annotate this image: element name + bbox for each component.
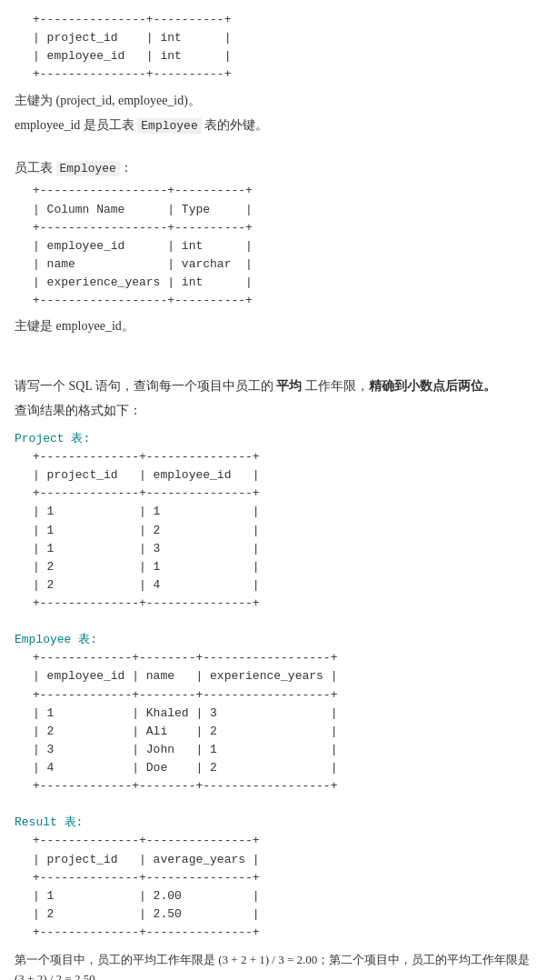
top-table-section: +---------------+----------+ | project_i… bbox=[15, 9, 532, 136]
top-note2: employee_id 是员工表 Employee 表的外键。 bbox=[15, 115, 532, 136]
emp-mid-border: +------------------+----------+ bbox=[33, 221, 253, 235]
proj-mid-border: +--------------+---------------+ bbox=[33, 486, 260, 500]
proj-border-bottom: +--------------+---------------+ bbox=[33, 596, 260, 610]
bottom-note: 第一个项目中，员工的平均工作年限是 (3 + 2 + 1) / 3 = 2.00… bbox=[15, 951, 532, 980]
res-border-top: +--------------+---------------+ bbox=[33, 834, 260, 847]
project-table-code: +--------------+---------------+ | proje… bbox=[15, 446, 532, 615]
result-table-code: +--------------+---------------+ | proje… bbox=[15, 830, 532, 944]
emp-border-bottom: +------------------+----------+ bbox=[33, 294, 253, 307]
proj-row-4: | 2 | 1 | bbox=[33, 560, 260, 574]
top-border-top: +---------------+----------+ bbox=[33, 13, 231, 26]
employee-pk: 主键是 employee_id。 bbox=[15, 315, 532, 337]
res-col-header: | project_id | average_years | bbox=[33, 853, 260, 866]
proj-border-top: +--------------+---------------+ bbox=[33, 450, 260, 464]
employee-table-code: +------------------+----------+ | Column… bbox=[15, 180, 532, 312]
top-border-bottom: +---------------+----------+ bbox=[33, 67, 231, 81]
query-precision-bold: 精确到小数点后两位。 bbox=[369, 379, 496, 393]
employee-label: 员工表 Employee： bbox=[15, 160, 532, 176]
proj-row-2: | 1 | 2 | bbox=[33, 524, 260, 537]
emp2-row-3: | 3 | John | 1 | bbox=[33, 743, 337, 756]
proj-row-1: | 1 | 1 | bbox=[33, 505, 260, 518]
res-row-1: | 1 | 2.00 | bbox=[33, 889, 260, 903]
result-table-section: Result 表: +--------------+--------------… bbox=[15, 814, 532, 944]
res-border-bottom: +--------------+---------------+ bbox=[33, 925, 260, 939]
emp2-border-bottom: +-------------+--------+----------------… bbox=[33, 779, 337, 793]
emp-row-1: | employee_id | int | bbox=[33, 239, 253, 253]
result-table-label: Result 表: bbox=[15, 814, 532, 830]
emp2-mid-border: +-------------+--------+----------------… bbox=[33, 688, 337, 702]
res-mid-border: +--------------+---------------+ bbox=[33, 871, 260, 885]
proj-row-3: | 1 | 3 | bbox=[33, 542, 260, 555]
emp-col-header: | Column Name | Type | bbox=[33, 203, 253, 216]
project-table-label: Project 表: bbox=[15, 430, 532, 446]
top-note2-prefix: employee_id 是员工表 bbox=[15, 118, 137, 132]
emp2-col-header: | employee_id | name | experience_years … bbox=[33, 669, 337, 683]
top-row-2: | employee_id | int | bbox=[33, 49, 231, 63]
top-note2-suffix: 表的外键。 bbox=[202, 118, 269, 132]
employee-label-code: Employee bbox=[56, 161, 120, 176]
employee-label-suffix: ： bbox=[120, 161, 133, 175]
project-table-section: Project 表: +--------------+-------------… bbox=[15, 430, 532, 615]
emp2-row-2: | 2 | Ali | 2 | bbox=[33, 725, 337, 738]
emp-row-3: | experience_years | int | bbox=[33, 275, 253, 289]
top-note1: 主键为 (project_id, employee_id)。 bbox=[15, 90, 532, 112]
employee-table-section: +------------------+----------+ | Column… bbox=[15, 180, 532, 337]
emp2-row-1: | 1 | Khaled | 3 | bbox=[33, 706, 337, 720]
top-table-code: +---------------+----------+ | project_i… bbox=[15, 9, 532, 86]
res-row-2: | 2 | 2.50 | bbox=[33, 907, 260, 921]
emp2-border-top: +-------------+--------+----------------… bbox=[33, 651, 337, 665]
query-intro: 请写一个 SQL 语句，查询每一个项目中员工的 平均 工作年限，精确到小数点后两… bbox=[15, 375, 532, 397]
employee-table2-section: Employee 表: +-------------+--------+----… bbox=[15, 631, 532, 797]
emp-border-top: +------------------+----------+ bbox=[33, 184, 253, 197]
employee-label-prefix: 员工表 bbox=[15, 161, 56, 175]
top-row-1: | project_id | int | bbox=[33, 31, 231, 45]
top-note2-code: Employee bbox=[137, 118, 201, 134]
employee-table2-code: +-------------+--------+----------------… bbox=[15, 647, 532, 797]
query-avg-bold: 平均 bbox=[276, 379, 302, 393]
query-intro-text: 请写一个 SQL 语句，查询每一个项目中员工的 平均 工作年限，精确到小数点后两… bbox=[15, 379, 496, 393]
emp2-row-4: | 4 | Doe | 2 | bbox=[33, 761, 337, 775]
proj-row-5: | 2 | 4 | bbox=[33, 578, 260, 592]
employee-table2-label: Employee 表: bbox=[15, 631, 532, 647]
emp-row-2: | name | varchar | bbox=[33, 257, 253, 271]
result-format-label: 查询结果的格式如下： bbox=[15, 403, 532, 419]
proj-col-header: | project_id | employee_id | bbox=[33, 468, 260, 482]
